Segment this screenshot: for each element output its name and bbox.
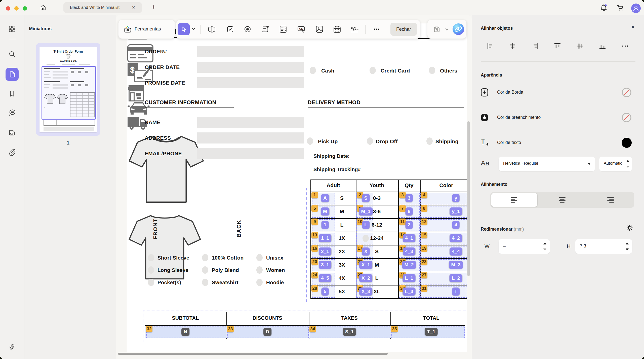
field-name-badge[interactable]: M_3 — [449, 261, 463, 269]
field-name-badge[interactable]: 1_1 — [319, 234, 331, 242]
inspector-close-icon[interactable]: ✕ — [631, 24, 635, 30]
home-icon[interactable] — [40, 4, 47, 11]
more-align-options-button[interactable] — [620, 41, 630, 51]
border-color-swatch[interactable] — [622, 87, 632, 97]
push-button-tool-button[interactable]: OK — [296, 24, 307, 35]
field-name-badge[interactable]: 3_1 — [319, 261, 331, 269]
date-field-tool-button[interactable] — [332, 24, 343, 35]
tools-pill[interactable]: Ferramentas — [118, 20, 175, 39]
field-name-badge[interactable]: 1 — [321, 221, 329, 229]
field-name-badge[interactable]: M — [321, 207, 329, 216]
style-checkbox[interactable] — [202, 254, 208, 261]
field-name-badge[interactable]: 3 — [406, 194, 413, 202]
field-name-badge[interactable]: N — [181, 328, 189, 336]
customer-field-input[interactable] — [197, 148, 304, 159]
field-name-badge[interactable]: 4_2 — [450, 234, 462, 242]
style-checkbox[interactable] — [148, 254, 154, 261]
style-checkbox[interactable] — [256, 254, 263, 261]
youth-radio[interactable] — [363, 235, 369, 242]
paperclip-icon[interactable] — [8, 149, 16, 156]
field-name-badge[interactable]: X_1 — [359, 261, 372, 269]
align-bottom-button[interactable] — [597, 41, 608, 51]
field-name-badge[interactable]: L_1 — [403, 274, 416, 282]
payment-radio[interactable] — [370, 67, 376, 74]
field-name-badge[interactable]: L_2 — [450, 274, 462, 282]
comments-icon[interactable] — [8, 109, 16, 116]
align-text-center-segment[interactable] — [558, 197, 567, 203]
font-size-down-icon[interactable] — [626, 166, 629, 168]
style-checkbox[interactable] — [256, 279, 263, 286]
field-name-badge[interactable]: y_1 — [450, 207, 462, 216]
field-name-badge[interactable]: y — [452, 194, 460, 202]
field-name-badge[interactable]: 6 — [406, 207, 413, 216]
font-size-up-icon[interactable] — [626, 160, 629, 162]
traffic-close-button[interactable] — [6, 6, 10, 11]
field-name-badge[interactable]: 5 — [321, 288, 329, 296]
height-input[interactable]: 7.3 — [575, 239, 632, 254]
payment-radio[interactable] — [310, 67, 316, 74]
align-center-vertical-button[interactable] — [575, 41, 585, 51]
attachments-file-icon[interactable] — [8, 129, 16, 136]
document-tab[interactable]: Black and White Minimalist ✕ — [63, 2, 142, 13]
customer-field-input[interactable] — [197, 132, 304, 143]
traffic-minimize-button[interactable] — [14, 6, 19, 11]
field-name-badge[interactable]: T — [452, 288, 460, 296]
new-tab-icon[interactable]: + — [152, 3, 155, 11]
dropdown-tool-button[interactable] — [260, 24, 271, 35]
field-name-badge[interactable]: S — [362, 194, 370, 202]
page-thumbnail[interactable]: T-Shirt Order Form SALFORD & CO. — [36, 43, 100, 136]
style-checkbox[interactable] — [202, 279, 208, 286]
fill-color-swatch[interactable] — [622, 113, 632, 123]
select-tool-chevron-icon[interactable] — [191, 27, 195, 30]
style-checkbox[interactable] — [256, 266, 263, 274]
style-checkbox[interactable] — [202, 266, 208, 274]
field-name-badge[interactable]: S_1 — [343, 328, 356, 336]
select-tool-button[interactable] — [178, 23, 190, 35]
horizontal-scrollbar[interactable] — [118, 353, 388, 355]
field-name-badge[interactable]: 4 — [452, 221, 460, 229]
align-center-horizontal-button[interactable] — [508, 41, 518, 51]
font-size-stepper[interactable]: Automátic — [599, 157, 632, 171]
more-tools-button[interactable] — [371, 24, 382, 35]
ai-assistant-button[interactable] — [453, 23, 464, 35]
font-family-dropdown[interactable]: Helvetica · Regular — [499, 157, 595, 171]
traffic-zoom-button[interactable] — [23, 6, 27, 11]
text-color-swatch[interactable] — [622, 138, 632, 148]
width-down-icon[interactable] — [543, 248, 546, 250]
delivery-radio[interactable] — [367, 137, 373, 145]
align-left-button[interactable] — [485, 41, 495, 51]
swatches-icon[interactable] — [8, 343, 16, 350]
field-name-badge[interactable]: 4_4 — [450, 247, 462, 256]
style-checkbox[interactable] — [148, 279, 154, 286]
field-name-badge[interactable]: 4_5 — [319, 274, 331, 282]
field-name-badge[interactable]: 2 — [406, 221, 413, 229]
field-name-badge[interactable]: 2_1 — [319, 247, 331, 256]
resize-settings-gear-icon[interactable] — [625, 224, 634, 232]
field-name-badge[interactable]: X — [362, 247, 370, 256]
signature-field-tool-button[interactable] — [349, 24, 360, 35]
save-chevron-icon[interactable] — [445, 28, 449, 31]
field-name-badge[interactable]: M_2 — [402, 261, 416, 269]
field-name-badge[interactable]: L_3 — [403, 288, 416, 296]
style-checkbox[interactable] — [148, 266, 154, 274]
align-right-button[interactable] — [530, 41, 540, 51]
radio-button-tool-button[interactable] — [242, 24, 253, 35]
cart-icon[interactable] — [616, 4, 624, 12]
field-name-badge[interactable]: X_2 — [359, 274, 372, 282]
customer-field-input[interactable] — [197, 117, 304, 128]
field-name-badge[interactable]: L — [362, 221, 370, 229]
align-text-right-segment[interactable] — [606, 197, 615, 203]
close-form-editor-button[interactable]: Fechar — [390, 23, 417, 36]
image-field-tool-button[interactable] — [314, 24, 325, 35]
sidebar-item-thumbnails[interactable] — [6, 68, 19, 81]
delivery-radio[interactable] — [307, 137, 313, 145]
align-top-button[interactable] — [552, 41, 562, 51]
bookmark-icon[interactable] — [8, 90, 16, 97]
checkbox-tool-button[interactable] — [225, 24, 236, 35]
field-name-badge[interactable]: T_1 — [425, 328, 438, 336]
field-name-badge[interactable]: X_3 — [359, 288, 372, 296]
height-down-icon[interactable] — [626, 248, 629, 250]
vertical-scrollbar[interactable] — [467, 121, 470, 276]
text-field-tool-button[interactable] — [206, 24, 217, 35]
field-name-badge[interactable]: A — [321, 194, 329, 202]
